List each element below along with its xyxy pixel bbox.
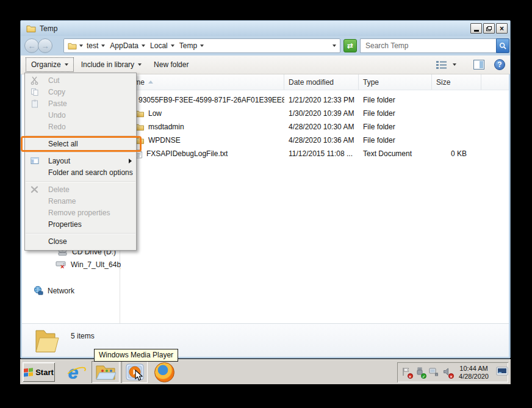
firefox-button[interactable]: [153, 362, 175, 382]
chevron-down-icon[interactable]: [101, 45, 105, 47]
file-type: File folder: [359, 109, 432, 118]
chevron-down-icon[interactable]: [200, 45, 204, 47]
table-row[interactable]: 93055FB9-F3EE-4599-871F-26AF01E39EE8 1/2…: [121, 93, 509, 107]
breadcrumb-item-test[interactable]: test: [85, 41, 106, 50]
show-desktop-button[interactable]: [496, 367, 508, 378]
restore-button[interactable]: [483, 23, 495, 34]
system-tray: × ✓ × 10:44 AM 4/28/2020: [397, 362, 508, 382]
table-row[interactable]: Low 1/30/2020 10:39 AM File folder: [121, 107, 509, 120]
menu-item-delete: Delete: [25, 184, 136, 196]
window-title: Temp: [40, 24, 57, 33]
red-x-badge: ×: [448, 373, 454, 379]
minimize-button[interactable]: [470, 23, 482, 34]
column-header-size[interactable]: Size: [432, 74, 481, 90]
chevron-down-icon[interactable]: [171, 45, 174, 47]
internet-explorer-button[interactable]: e: [62, 362, 85, 382]
breadcrumb[interactable]: test AppData Local Temp: [63, 38, 340, 53]
menu-item-label: Select all: [48, 140, 78, 148]
folder-icon: [26, 24, 36, 33]
tooltip: Windows Media Player: [94, 349, 178, 362]
preview-pane-button[interactable]: [473, 60, 484, 70]
menu-item-remove-properties: Remove properties: [25, 207, 136, 219]
column-header-date-modified[interactable]: Date modified: [284, 74, 359, 90]
sidebar-item-network[interactable]: Network: [33, 286, 74, 295]
column-header-extra: [481, 74, 509, 90]
menu-item-properties[interactable]: Properties: [25, 219, 136, 231]
menu-item-layout[interactable]: Layout: [25, 156, 136, 167]
file-date: 1/30/2020 10:39 AM: [284, 109, 359, 118]
close-button[interactable]: ×: [496, 23, 508, 34]
forward-button[interactable]: →: [38, 38, 52, 53]
column-header-type[interactable]: Type: [359, 74, 432, 90]
address-history-dropdown-icon[interactable]: [332, 45, 336, 47]
network-status-icon[interactable]: [429, 367, 439, 378]
back-button[interactable]: ←: [24, 38, 39, 53]
include-in-library-button[interactable]: Include in library: [76, 58, 146, 71]
file-name: 93055FB9-F3EE-4599-871F-26AF01E39EE8: [138, 96, 284, 104]
views-icon: [436, 60, 448, 70]
taskbar-clock[interactable]: 10:44 AM 4/28/2020: [456, 365, 491, 381]
red-x-badge: ×: [408, 373, 413, 379]
menu-separator: [26, 233, 135, 234]
organize-menu: Cut Copy Paste Undo Redo Select all: [24, 73, 137, 251]
taskbar: Start e ×: [20, 359, 511, 384]
paste-icon: [31, 99, 40, 109]
menu-item-undo: Undo: [25, 110, 136, 121]
breadcrumb-item-local[interactable]: Local: [149, 41, 176, 50]
organize-label: Organize: [31, 60, 61, 69]
menu-item-cut: Cut: [25, 75, 136, 87]
file-date: 11/12/2015 11:08 ...: [284, 149, 359, 158]
windows-explorer-button[interactable]: [92, 361, 120, 383]
chevron-down-icon[interactable]: [79, 45, 83, 47]
chevron-down-icon: [65, 63, 68, 66]
title-bar[interactable]: Temp ×: [21, 21, 510, 36]
breadcrumb-item-temp[interactable]: Temp: [178, 41, 205, 50]
menu-item-close[interactable]: Close: [25, 236, 136, 248]
search-box[interactable]: [360, 38, 496, 53]
file-date: 4/28/2020 10:30 AM: [284, 123, 359, 131]
menu-item-label: Undo: [48, 111, 66, 120]
chevron-down-icon: [453, 63, 456, 66]
safely-remove-hardware-icon[interactable]: ✓: [415, 367, 426, 378]
file-name: FXSAPIDebugLogFile.txt: [146, 149, 228, 158]
chevron-down-icon[interactable]: [142, 45, 145, 47]
restore-icon: [486, 26, 492, 31]
breadcrumb-item-appdata[interactable]: AppData: [109, 41, 146, 50]
action-center-flag-icon[interactable]: ×: [401, 367, 412, 378]
file-name-cell[interactable]: msdtadmin: [121, 123, 284, 131]
volume-muted-icon[interactable]: ×: [443, 367, 453, 378]
file-size: 0 KB: [432, 149, 481, 158]
table-row[interactable]: msdtadmin 4/28/2020 10:30 AM File folder: [121, 120, 509, 134]
table-row[interactable]: FXSAPIDebugLogFile.txt 11/12/2015 11:08 …: [121, 147, 509, 160]
menu-item-paste: Paste: [25, 98, 136, 110]
menu-separator: [26, 135, 135, 136]
new-folder-button[interactable]: New folder: [149, 58, 193, 71]
window-controls: ×: [470, 23, 508, 34]
table-row[interactable]: WPDNSE 4/28/2020 10:36 AM File folder: [121, 134, 509, 147]
status-items-count: 5 items: [71, 332, 95, 340]
file-name-cell[interactable]: FXSAPIDebugLogFile.txt: [121, 149, 284, 159]
refresh-button[interactable]: ⇄: [343, 39, 357, 52]
change-view-button[interactable]: [436, 60, 456, 70]
sort-ascending-icon: [148, 81, 153, 84]
menu-item-label: Copy: [48, 88, 65, 96]
file-date: 4/28/2020 10:36 AM: [284, 136, 359, 145]
menu-item-label: Redo: [48, 123, 66, 131]
chevron-down-icon: [138, 63, 142, 66]
organize-button[interactable]: Organize: [26, 57, 74, 72]
menu-item-folder-and-search-options[interactable]: Folder and search options: [25, 167, 136, 179]
help-button[interactable]: ?: [494, 59, 505, 70]
big-folder-icon: [32, 326, 60, 355]
layout-icon: [31, 157, 40, 166]
file-name-cell[interactable]: 93055FB9-F3EE-4599-871F-26AF01E39EE8: [121, 96, 284, 104]
menu-item-select-all[interactable]: Select all: [25, 138, 136, 150]
column-label: Date modified: [289, 78, 334, 87]
file-name-cell[interactable]: Low: [121, 109, 284, 118]
file-name-cell[interactable]: WPDNSE: [121, 136, 284, 145]
start-button[interactable]: Start: [23, 362, 55, 382]
search-input[interactable]: [364, 41, 496, 51]
column-header-name[interactable]: Name: [121, 74, 284, 90]
red-x-icon: ×: [60, 263, 64, 270]
file-type: File folder: [359, 96, 432, 104]
search-button[interactable]: [496, 38, 509, 53]
